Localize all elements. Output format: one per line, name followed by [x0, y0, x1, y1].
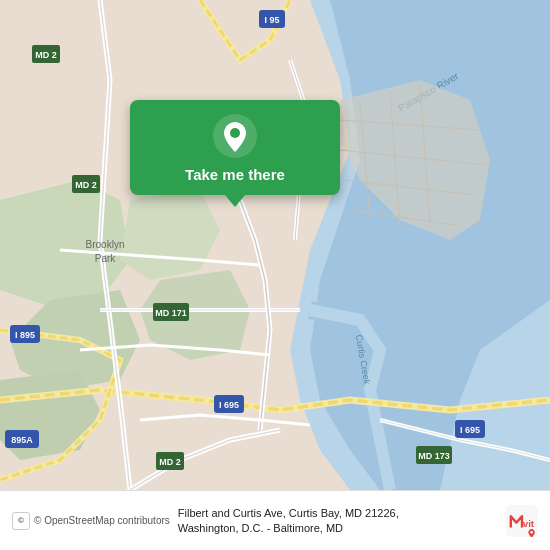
- svg-text:MD 171: MD 171: [155, 308, 187, 318]
- svg-text:895A: 895A: [11, 435, 33, 445]
- svg-text:Brooklyn: Brooklyn: [86, 239, 125, 250]
- moovit-logo: vit: [506, 505, 538, 537]
- svg-text:I 95: I 95: [264, 15, 279, 25]
- svg-text:I 895: I 895: [15, 330, 35, 340]
- bottom-bar: © © OpenStreetMap contributors Filbert a…: [0, 490, 550, 550]
- svg-text:Park: Park: [95, 253, 117, 264]
- osm-credit: © © OpenStreetMap contributors: [12, 512, 170, 530]
- svg-text:I 695: I 695: [460, 425, 480, 435]
- address-line2: Washington, D.C. - Baltimore, MD: [178, 521, 498, 535]
- svg-text:vit: vit: [523, 517, 535, 528]
- svg-text:MD 173: MD 173: [418, 451, 450, 461]
- osm-logo: ©: [12, 512, 30, 530]
- osm-credit-text: © OpenStreetMap contributors: [34, 515, 170, 526]
- navigation-popup[interactable]: Take me there: [130, 100, 340, 195]
- map-container: I 95 I 695 I 695 I 895 895A MD 2 MD 2 MD…: [0, 0, 550, 490]
- moovit-icon: vit: [506, 505, 538, 537]
- address-line1: Filbert and Curtis Ave, Curtis Bay, MD 2…: [178, 506, 498, 520]
- map-svg: I 95 I 695 I 695 I 895 895A MD 2 MD 2 MD…: [0, 0, 550, 490]
- svg-text:MD 2: MD 2: [75, 180, 97, 190]
- location-pin-icon: [213, 114, 257, 158]
- take-me-there-button[interactable]: Take me there: [185, 166, 285, 183]
- svg-point-36: [530, 531, 532, 533]
- address-text: Filbert and Curtis Ave, Curtis Bay, MD 2…: [170, 506, 506, 535]
- svg-text:MD 2: MD 2: [159, 457, 181, 467]
- svg-text:MD 2: MD 2: [35, 50, 57, 60]
- svg-text:I 695: I 695: [219, 400, 239, 410]
- svg-point-33: [230, 128, 240, 138]
